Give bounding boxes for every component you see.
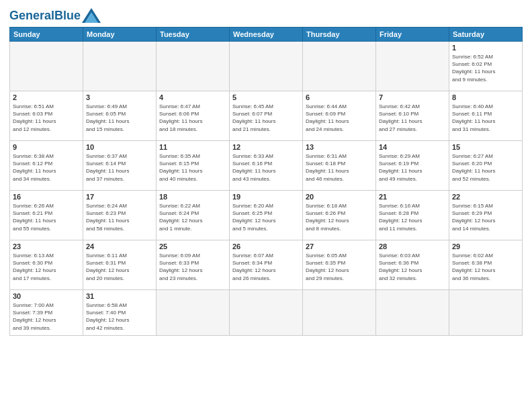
day-info: Sunrise: 6:24 AM Sunset: 6:23 PM Dayligh…	[86, 202, 153, 232]
logo-blue: Blue	[54, 9, 81, 22]
calendar-cell: 14Sunrise: 6:29 AM Sunset: 6:19 PM Dayli…	[376, 141, 449, 191]
weekday-header-thursday: Thursday	[303, 28, 376, 42]
day-number: 10	[86, 143, 153, 151]
logo: GeneralBlue	[9, 8, 101, 23]
day-number: 28	[379, 242, 446, 250]
weekday-header-wednesday: Wednesday	[230, 28, 303, 42]
calendar-cell: 10Sunrise: 6:37 AM Sunset: 6:14 PM Dayli…	[83, 141, 157, 191]
day-info: Sunrise: 6:45 AM Sunset: 6:07 PM Dayligh…	[232, 103, 300, 133]
calendar-cell: 27Sunrise: 6:05 AM Sunset: 6:35 PM Dayli…	[303, 240, 376, 290]
logo-general: General	[9, 9, 54, 22]
calendar-cell: 21Sunrise: 6:16 AM Sunset: 6:28 PM Dayli…	[376, 191, 449, 240]
calendar-cell: 25Sunrise: 6:09 AM Sunset: 6:33 PM Dayli…	[157, 240, 230, 290]
calendar-cell	[230, 42, 303, 91]
day-number: 14	[379, 143, 446, 151]
weekday-header-monday: Monday	[83, 28, 157, 42]
calendar-cell: 26Sunrise: 6:07 AM Sunset: 6:34 PM Dayli…	[230, 240, 303, 290]
calendar-cell: 22Sunrise: 6:15 AM Sunset: 6:29 PM Dayli…	[449, 191, 523, 240]
calendar-cell: 19Sunrise: 6:20 AM Sunset: 6:25 PM Dayli…	[230, 191, 303, 240]
day-number: 12	[232, 143, 300, 151]
calendar-cell	[376, 42, 449, 91]
weekday-header-tuesday: Tuesday	[157, 28, 230, 42]
day-number: 23	[13, 242, 80, 250]
day-number: 31	[86, 292, 153, 300]
day-number: 27	[306, 242, 373, 250]
calendar-cell	[303, 290, 376, 336]
day-info: Sunrise: 6:42 AM Sunset: 6:10 PM Dayligh…	[379, 103, 446, 133]
calendar-table: SundayMondayTuesdayWednesdayThursdayFrid…	[9, 27, 523, 336]
calendar-cell: 7Sunrise: 6:42 AM Sunset: 6:10 PM Daylig…	[376, 91, 449, 141]
week-row-3: 16Sunrise: 6:26 AM Sunset: 6:21 PM Dayli…	[10, 191, 523, 240]
calendar-cell: 5Sunrise: 6:45 AM Sunset: 6:07 PM Daylig…	[230, 91, 303, 141]
calendar-cell: 20Sunrise: 6:18 AM Sunset: 6:26 PM Dayli…	[303, 191, 376, 240]
day-number: 26	[232, 242, 300, 250]
day-info: Sunrise: 6:35 AM Sunset: 6:15 PM Dayligh…	[159, 152, 226, 183]
day-info: Sunrise: 6:29 AM Sunset: 6:19 PM Dayligh…	[379, 152, 446, 183]
weekday-header-friday: Friday	[376, 28, 449, 42]
calendar-cell: 23Sunrise: 6:13 AM Sunset: 6:30 PM Dayli…	[10, 240, 83, 290]
day-number: 29	[452, 242, 519, 250]
day-info: Sunrise: 6:16 AM Sunset: 6:28 PM Dayligh…	[379, 202, 446, 232]
calendar-cell: 15Sunrise: 6:27 AM Sunset: 6:20 PM Dayli…	[449, 141, 523, 191]
calendar-cell	[83, 42, 157, 91]
day-number: 15	[452, 143, 519, 151]
calendar-cell: 12Sunrise: 6:33 AM Sunset: 6:16 PM Dayli…	[230, 141, 303, 191]
day-info: Sunrise: 6:37 AM Sunset: 6:14 PM Dayligh…	[86, 152, 153, 183]
day-number: 19	[232, 193, 300, 201]
day-number: 21	[379, 193, 446, 201]
day-info: Sunrise: 6:51 AM Sunset: 6:03 PM Dayligh…	[13, 103, 80, 133]
day-info: Sunrise: 6:15 AM Sunset: 6:29 PM Dayligh…	[452, 202, 519, 232]
calendar-cell: 1Sunrise: 6:52 AM Sunset: 6:02 PM Daylig…	[449, 42, 523, 91]
calendar-cell: 11Sunrise: 6:35 AM Sunset: 6:15 PM Dayli…	[157, 141, 230, 191]
calendar-cell: 6Sunrise: 6:44 AM Sunset: 6:09 PM Daylig…	[303, 91, 376, 141]
day-number: 3	[86, 93, 153, 101]
calendar-cell: 31Sunrise: 6:58 AM Sunset: 7:40 PM Dayli…	[83, 290, 157, 336]
day-info: Sunrise: 6:58 AM Sunset: 7:40 PM Dayligh…	[86, 302, 153, 332]
calendar-cell: 18Sunrise: 6:22 AM Sunset: 6:24 PM Dayli…	[157, 191, 230, 240]
day-info: Sunrise: 6:31 AM Sunset: 6:18 PM Dayligh…	[306, 152, 373, 183]
day-info: Sunrise: 6:26 AM Sunset: 6:21 PM Dayligh…	[13, 202, 80, 232]
day-number: 22	[452, 193, 519, 201]
calendar-cell: 17Sunrise: 6:24 AM Sunset: 6:23 PM Dayli…	[83, 191, 157, 240]
calendar-cell: 4Sunrise: 6:47 AM Sunset: 6:06 PM Daylig…	[157, 91, 230, 141]
calendar-cell: 8Sunrise: 6:40 AM Sunset: 6:11 PM Daylig…	[449, 91, 523, 141]
logo-text: GeneralBlue	[9, 9, 81, 21]
logo-icon	[82, 8, 101, 23]
calendar-cell: 13Sunrise: 6:31 AM Sunset: 6:18 PM Dayli…	[303, 141, 376, 191]
day-info: Sunrise: 6:38 AM Sunset: 6:12 PM Dayligh…	[13, 152, 80, 183]
calendar-cell	[230, 290, 303, 336]
calendar-cell: 3Sunrise: 6:49 AM Sunset: 6:05 PM Daylig…	[83, 91, 157, 141]
day-info: Sunrise: 6:49 AM Sunset: 6:05 PM Dayligh…	[86, 103, 153, 133]
calendar-cell: 28Sunrise: 6:03 AM Sunset: 6:36 PM Dayli…	[376, 240, 449, 290]
day-info: Sunrise: 6:18 AM Sunset: 6:26 PM Dayligh…	[306, 202, 373, 232]
day-info: Sunrise: 6:03 AM Sunset: 6:36 PM Dayligh…	[379, 252, 446, 282]
weekday-header-sunday: Sunday	[10, 28, 83, 42]
weekday-header-saturday: Saturday	[449, 28, 523, 42]
calendar-cell: 2Sunrise: 6:51 AM Sunset: 6:03 PM Daylig…	[10, 91, 83, 141]
calendar-cell: 30Sunrise: 7:00 AM Sunset: 7:39 PM Dayli…	[10, 290, 83, 336]
week-row-4: 23Sunrise: 6:13 AM Sunset: 6:30 PM Dayli…	[10, 240, 523, 290]
day-info: Sunrise: 6:07 AM Sunset: 6:34 PM Dayligh…	[232, 252, 300, 282]
day-info: Sunrise: 6:47 AM Sunset: 6:06 PM Dayligh…	[159, 103, 226, 133]
calendar-cell	[157, 290, 230, 336]
day-info: Sunrise: 6:33 AM Sunset: 6:16 PM Dayligh…	[232, 152, 300, 183]
day-info: Sunrise: 6:13 AM Sunset: 6:30 PM Dayligh…	[13, 252, 80, 282]
day-info: Sunrise: 6:11 AM Sunset: 6:31 PM Dayligh…	[86, 252, 153, 282]
calendar-cell	[10, 42, 83, 91]
calendar-cell	[376, 290, 449, 336]
header: GeneralBlue	[9, 8, 523, 23]
calendar-cell: 24Sunrise: 6:11 AM Sunset: 6:31 PM Dayli…	[83, 240, 157, 290]
day-number: 6	[306, 93, 373, 101]
day-number: 4	[159, 93, 226, 101]
day-info: Sunrise: 6:52 AM Sunset: 6:02 PM Dayligh…	[452, 53, 519, 83]
day-number: 13	[306, 143, 373, 151]
calendar-page: GeneralBlue SundayMondayTuesdayWednesday…	[0, 0, 532, 411]
day-number: 30	[13, 292, 80, 300]
calendar-cell	[157, 42, 230, 91]
week-row-2: 9Sunrise: 6:38 AM Sunset: 6:12 PM Daylig…	[10, 141, 523, 191]
day-number: 1	[452, 44, 519, 52]
week-row-1: 2Sunrise: 6:51 AM Sunset: 6:03 PM Daylig…	[10, 91, 523, 141]
day-info: Sunrise: 6:05 AM Sunset: 6:35 PM Dayligh…	[306, 252, 373, 282]
day-number: 7	[379, 93, 446, 101]
day-number: 18	[159, 193, 226, 201]
